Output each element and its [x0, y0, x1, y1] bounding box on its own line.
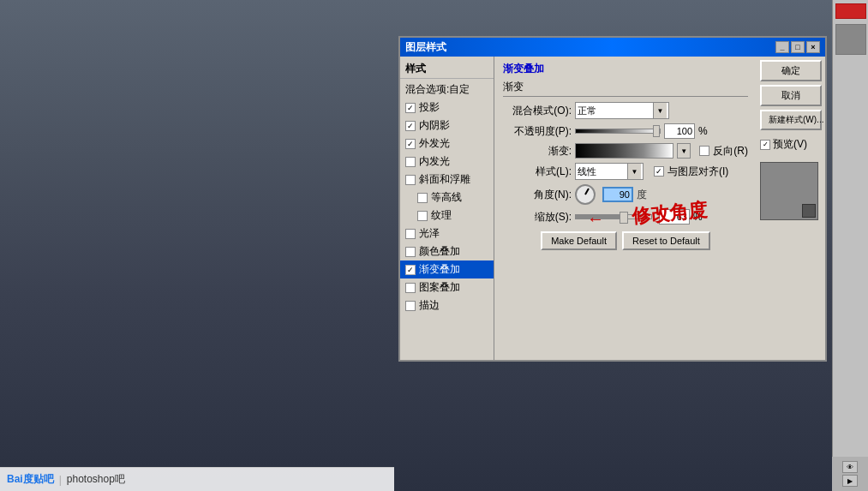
sidebar-item-shadow[interactable]: 投影 [400, 99, 494, 117]
panel-icon-2[interactable]: ▶ [842, 475, 858, 487]
sidebar-item-inner-glow[interactable]: 内发光 [400, 153, 494, 171]
inner-glow-checkbox[interactable] [405, 157, 416, 167]
style-row: 样式(L): 线性 ▼ 与图层对齐(I) [503, 163, 748, 180]
scale-label: 缩放(S): [503, 210, 572, 225]
sidebar-item-pattern-overlay[interactable]: 图案叠加 [400, 278, 494, 296]
style-select[interactable]: 线性 ▼ [575, 163, 644, 180]
right-buttons-panel: 确定 取消 新建样式(W)... ✓ 预览(V) [757, 57, 825, 360]
sidebar-header: 样式 [400, 60, 494, 79]
sidebar-item-stroke[interactable]: 描边 [400, 296, 494, 314]
sidebar-item-contour[interactable]: 等高线 [400, 189, 494, 207]
sidebar-item-inner-shadow[interactable]: 内阴影 [400, 117, 494, 135]
sidebar-item-outer-glow[interactable]: 外发光 [400, 135, 494, 153]
title-bar: 图层样式 _ □ × [400, 38, 825, 57]
contour-checkbox[interactable] [417, 193, 428, 203]
bevel-checkbox[interactable] [405, 175, 416, 185]
inner-shadow-checkbox[interactable] [405, 121, 416, 131]
style-label: 样式(L): [503, 165, 572, 179]
blend-mode-value: 正常 [578, 105, 596, 117]
angle-input[interactable] [602, 187, 633, 202]
angle-dial[interactable] [575, 184, 596, 205]
blend-mode-arrow[interactable]: ▼ [653, 103, 667, 118]
preview-label: 预览(V) [773, 137, 807, 152]
outer-glow-label: 外发光 [419, 136, 450, 151]
ok-button[interactable]: 确定 [760, 60, 822, 81]
scale-slider-fill [576, 215, 621, 219]
pattern-overlay-label: 图案叠加 [419, 280, 460, 295]
opacity-row: 不透明度(P): % [503, 123, 748, 139]
sidebar-item-satin[interactable]: 光泽 [400, 225, 494, 243]
align-label: 与图层对齐(I) [667, 165, 728, 179]
sidebar-item-gradient-overlay[interactable]: 渐变叠加 [400, 260, 494, 278]
opacity-unit: % [698, 125, 708, 137]
title-bar-buttons: _ □ × [775, 41, 820, 53]
opacity-label: 不透明度(P): [503, 124, 572, 139]
satin-checkbox[interactable] [405, 229, 416, 239]
align-checkbox[interactable] [654, 166, 664, 177]
outer-glow-checkbox[interactable] [405, 139, 416, 149]
preview-thumbnail [760, 162, 818, 220]
baidu-logo: Bai度贴吧 [7, 472, 54, 487]
inner-glow-label: 内发光 [419, 154, 450, 169]
gradient-overlay-checkbox[interactable] [405, 265, 416, 275]
satin-label: 光泽 [419, 226, 440, 241]
preview-checkbox[interactable]: ✓ [760, 140, 770, 150]
dialog-body: 样式 混合选项:自定 投影 内阴影 外发光 内发光 [400, 57, 825, 360]
scale-slider-thumb[interactable] [620, 212, 628, 224]
bevel-label: 斜面和浮雕 [419, 172, 470, 187]
blend-mode-select[interactable]: 正常 ▼ [575, 102, 669, 119]
scale-unit: % [693, 211, 703, 223]
reverse-checkbox[interactable] [699, 146, 709, 156]
panel-red-block [835, 3, 866, 19]
layer-style-dialog: 图层样式 _ □ × 样式 混合选项:自定 投影 内阴影 外 [398, 36, 827, 362]
gradient-dropdown-arrow[interactable]: ▼ [677, 143, 691, 159]
sidebar-item-texture[interactable]: 纹理 [400, 207, 494, 225]
dialog-title: 图层样式 [405, 40, 446, 55]
gradient-preview[interactable] [575, 143, 673, 159]
right-panel [832, 0, 868, 491]
color-overlay-checkbox[interactable] [405, 247, 416, 257]
shadow-checkbox[interactable] [405, 103, 416, 113]
maximize-button[interactable]: □ [791, 41, 805, 53]
color-overlay-label: 颜色叠加 [419, 244, 460, 259]
sidebar-item-bevel[interactable]: 斜面和浮雕 [400, 171, 494, 189]
angle-unit: 度 [637, 188, 647, 202]
minimize-button[interactable]: _ [775, 41, 789, 53]
angle-row: 角度(N): 度 [503, 184, 748, 205]
blending-label: 混合选项:自定 [405, 82, 470, 97]
new-style-button[interactable]: 新建样式(W)... [760, 110, 822, 130]
sidebar-item-color-overlay[interactable]: 颜色叠加 [400, 243, 494, 260]
blend-mode-label: 混合模式(O): [503, 104, 572, 118]
inner-shadow-label: 内阴影 [419, 118, 450, 133]
cancel-button[interactable]: 取消 [760, 85, 822, 106]
opacity-slider-thumb[interactable] [653, 125, 660, 137]
texture-label: 纹理 [431, 208, 452, 223]
gradient-overlay-label: 渐变叠加 [419, 262, 460, 277]
stroke-label: 描边 [419, 298, 440, 313]
gradient-label: 渐变: [503, 144, 572, 159]
stroke-checkbox[interactable] [405, 301, 416, 311]
shadow-label: 投影 [419, 100, 440, 115]
angle-label: 角度(N): [503, 188, 572, 202]
make-default-button[interactable]: Make Default [541, 231, 617, 250]
preview-check-row: ✓ 预览(V) [760, 137, 822, 152]
close-button[interactable]: × [806, 41, 820, 53]
style-arrow[interactable]: ▼ [627, 164, 641, 179]
baidu-bar: Bai度贴吧 | photoshop吧 [0, 467, 394, 491]
panel-icon-1[interactable]: 👁 [842, 461, 858, 473]
panel-thumb [835, 24, 866, 55]
texture-checkbox[interactable] [417, 211, 428, 221]
opacity-slider[interactable] [575, 129, 661, 134]
style-value: 线性 [578, 165, 596, 178]
bottom-buttons: Make Default Reset to Default [503, 231, 748, 250]
scale-input[interactable] [659, 209, 690, 225]
bottom-icon-strip: 👁 ▶ [832, 457, 868, 491]
section-header: 渐变叠加 [503, 62, 748, 76]
sidebar-item-blending[interactable]: 混合选项:自定 [400, 81, 494, 99]
opacity-input[interactable] [664, 123, 695, 139]
scale-row: 缩放(S): % [503, 209, 748, 225]
pattern-overlay-checkbox[interactable] [405, 283, 416, 293]
reset-to-default-button[interactable]: Reset to Default [622, 231, 710, 250]
scale-slider[interactable] [575, 214, 652, 219]
section-subheader: 渐变 [503, 80, 748, 97]
